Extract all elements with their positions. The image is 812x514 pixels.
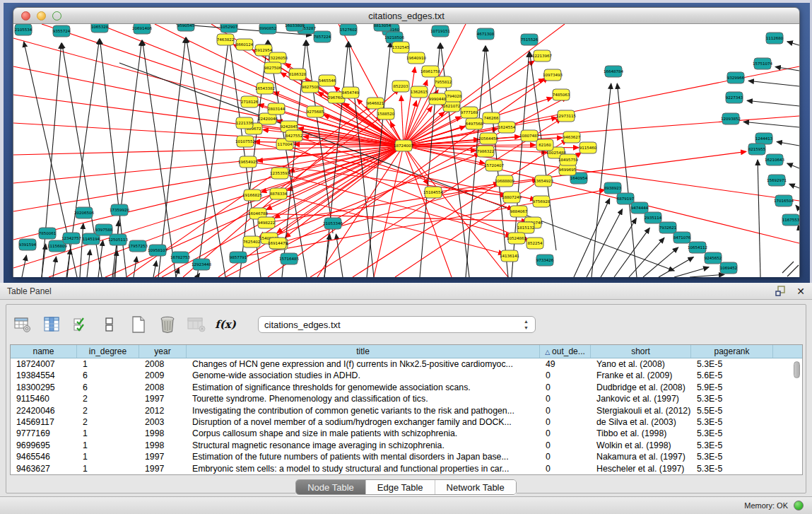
graph-node[interactable]: 2718126 bbox=[241, 96, 259, 107]
graph-node[interactable]: 6497568 bbox=[466, 118, 483, 129]
graph-node[interactable]: 9115460 bbox=[579, 142, 597, 153]
graph-node[interactable]: 8990852 bbox=[259, 24, 277, 34]
graph-node[interactable]: 10107552 bbox=[235, 136, 255, 147]
graph-node[interactable]: 2803144 bbox=[268, 103, 286, 115]
graph-node[interactable]: 746266 bbox=[483, 112, 500, 124]
network-canvas[interactable]: 2105534935572410653282069140695905451052… bbox=[13, 24, 799, 277]
graph-node[interactable]: 9857791 bbox=[230, 252, 247, 263]
show-columns-button[interactable] bbox=[42, 315, 61, 334]
graph-node[interactable]: 9227343 bbox=[726, 92, 743, 103]
graph-node[interactable]: 1065328 bbox=[91, 24, 109, 33]
graph-node[interactable]: 6794028 bbox=[445, 90, 462, 102]
table-selector-dropdown[interactable]: citations_edges.txt ▲▼ bbox=[258, 316, 536, 333]
graph-node[interactable]: 12342757 bbox=[61, 233, 81, 244]
graph-node[interactable]: 17016504 bbox=[774, 195, 794, 206]
scrollbar-thumb[interactable] bbox=[794, 361, 800, 378]
graph-node[interactable]: 14136141 bbox=[500, 250, 519, 262]
graph-node[interactable]: 18495759 bbox=[558, 154, 578, 165]
column-header-year[interactable]: year bbox=[139, 345, 187, 358]
function-builder-button[interactable]: f(x) bbox=[216, 315, 235, 334]
graph-node[interactable]: 8215955 bbox=[748, 144, 766, 155]
table-row[interactable]: 1872400712008Changes of HCN gene express… bbox=[11, 358, 802, 370]
graph-node[interactable]: 1221336 bbox=[236, 117, 254, 129]
graph-node[interactable]: 8186328 bbox=[289, 69, 307, 80]
column-header-out_de[interactable]: △out_de... bbox=[540, 345, 591, 358]
graph-node[interactable]: 16543382 bbox=[255, 83, 275, 94]
table-row[interactable]: 1830029562008Estimation of significance … bbox=[11, 382, 802, 393]
graph-node[interactable]: 12505113 bbox=[108, 234, 128, 245]
table-scrollbar[interactable] bbox=[792, 360, 801, 473]
graph-node[interactable]: 62160 bbox=[536, 139, 553, 151]
graph-node[interactable]: 19640910 bbox=[406, 52, 426, 64]
graph-node[interactable]: 8471076 bbox=[673, 232, 691, 243]
graph-node[interactable]: 12093852 bbox=[721, 113, 741, 124]
graph-node[interactable]: 19654925 bbox=[238, 156, 258, 168]
column-header-name[interactable]: name bbox=[11, 345, 77, 358]
graph-node[interactable]: 4671308 bbox=[477, 28, 495, 40]
graph-node[interactable]: 7955812 bbox=[435, 76, 452, 88]
graph-node[interactable]: 9827506 bbox=[264, 62, 282, 74]
select-all-button[interactable] bbox=[71, 315, 90, 334]
tab-node-table[interactable]: Node Table bbox=[296, 480, 366, 494]
graph-node[interactable]: 7850061 bbox=[39, 228, 57, 239]
graph-node[interactable]: 10688809 bbox=[495, 175, 514, 187]
graph-node[interactable]: 9827508 bbox=[302, 81, 319, 93]
create-table-button[interactable] bbox=[129, 315, 148, 334]
graph-node[interactable]: 2105534 bbox=[15, 24, 33, 35]
table-settings-button[interactable] bbox=[13, 315, 32, 334]
graph-node[interactable]: 10807487 bbox=[519, 130, 539, 141]
graph-node[interactable]: 8454749 bbox=[342, 87, 360, 98]
graph-node[interactable]: 18807249 bbox=[502, 192, 522, 203]
graph-node[interactable]: 1362615 bbox=[411, 86, 428, 98]
graph-node[interactable]: 7463822 bbox=[217, 34, 235, 45]
graph-node[interactable]: 21053346 bbox=[323, 218, 343, 229]
network-window-titlebar[interactable]: citations_edges.txt bbox=[13, 8, 799, 24]
table-row[interactable]: 1456911722003Disruption of a novel membe… bbox=[11, 416, 802, 428]
graph-node[interactable]: 1112680 bbox=[766, 33, 784, 44]
graph-node[interactable]: 7485063 bbox=[553, 89, 570, 100]
delete-trash-button[interactable] bbox=[158, 315, 177, 334]
tab-edge-table[interactable]: Edge Table bbox=[366, 480, 435, 494]
graph-node[interactable]: 1588520 bbox=[377, 108, 395, 119]
graph-node[interactable]: 7515526 bbox=[521, 34, 539, 45]
graph-node[interactable]: 10973493 bbox=[543, 69, 563, 81]
graph-node[interactable]: 10524861 bbox=[507, 233, 526, 244]
graph-node[interactable]: 852203 bbox=[392, 81, 409, 92]
graph-node[interactable]: 9756928 bbox=[533, 196, 551, 207]
graph-node[interactable]: 9391594 bbox=[19, 239, 37, 250]
graph-node[interactable]: 9474444 bbox=[631, 202, 649, 214]
graph-node[interactable]: 20564456 bbox=[478, 133, 498, 144]
graph-node[interactable]: 10654112 bbox=[688, 242, 707, 253]
graph-node[interactable]: 1167553 bbox=[782, 214, 799, 226]
graph-node[interactable]: 9275685 bbox=[307, 106, 324, 117]
graph-node[interactable]: 17359928 bbox=[110, 204, 129, 216]
graph-node[interactable]: 15716485 bbox=[279, 253, 299, 264]
graph-node[interactable]: 1052907 bbox=[220, 24, 238, 33]
graph-node[interactable]: 10958107 bbox=[148, 245, 167, 256]
table-row[interactable]: 1938455462009Genome-wide association stu… bbox=[11, 370, 802, 381]
graph-node[interactable]: 16648784 bbox=[604, 66, 623, 77]
graph-node[interactable]: 15692971 bbox=[767, 175, 787, 186]
graph-node[interactable]: 7986322 bbox=[477, 146, 495, 157]
table-row[interactable]: 2242004622012Investigating the contribut… bbox=[11, 405, 802, 416]
column-header-in_degree[interactable]: in_degree bbox=[77, 345, 139, 358]
graph-node[interactable]: 7625402 bbox=[243, 236, 261, 247]
table-row[interactable]: 946362711997Embryonic stem cells: a mode… bbox=[11, 463, 802, 474]
graph-node[interactable]: 9397588 bbox=[95, 224, 113, 235]
graph-node[interactable]: 16033809 bbox=[285, 24, 305, 31]
graph-node[interactable]: 8878334 bbox=[270, 188, 288, 199]
table-row[interactable]: 911546021997Tourette syndrome. Phenomeno… bbox=[11, 393, 802, 404]
graph-node[interactable]: 12213967 bbox=[532, 50, 552, 62]
column-header-short[interactable]: short bbox=[591, 345, 691, 358]
table-row[interactable]: 946554611997Estimation of the future num… bbox=[11, 451, 802, 462]
graph-node[interactable]: 8938923 bbox=[604, 182, 622, 194]
graph-node[interactable]: 17957253 bbox=[128, 240, 148, 252]
graph-node[interactable]: 7932621 bbox=[659, 222, 677, 233]
graph-node[interactable]: 16782753 bbox=[170, 252, 190, 263]
graph-node[interactable]: 13654923 bbox=[534, 175, 553, 187]
graph-node[interactable]: 852254 bbox=[526, 238, 543, 249]
graph-node[interactable]: 6879197 bbox=[617, 193, 635, 204]
graph-node[interactable]: 15720407 bbox=[484, 160, 504, 171]
graph-node[interactable]: 12923448 bbox=[192, 259, 211, 270]
graph-node[interactable]: 9355724 bbox=[53, 25, 71, 37]
